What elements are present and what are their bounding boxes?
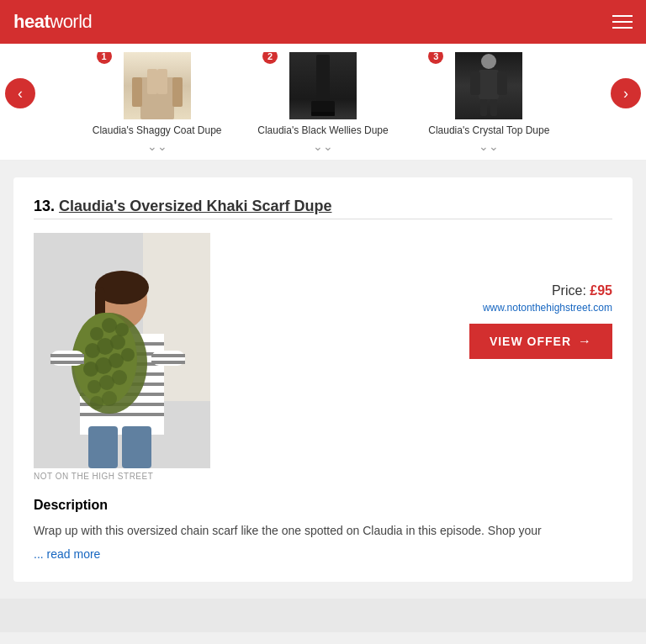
svg-rect-6	[311, 101, 335, 113]
product-title-link[interactable]: Claudia's Oversized Khaki Scarf Dupe	[59, 198, 331, 214]
price-value: £95	[590, 283, 612, 298]
svg-rect-5	[316, 55, 330, 101]
svg-point-34	[115, 323, 129, 336]
product-carousel: ‹ 1 Claudia's Shaggy Coat Dupe ⌄⌄ 2	[0, 44, 646, 161]
svg-point-41	[121, 348, 135, 362]
site-logo[interactable]: heatworld	[13, 11, 92, 33]
product-source: NOT ON THE HIGH STREET	[34, 472, 210, 481]
svg-point-33	[102, 318, 117, 333]
svg-rect-48	[50, 354, 84, 357]
carousel-badge-3: 3	[428, 52, 443, 64]
retailer-link[interactable]: www.notonthehighstreet.com	[483, 302, 612, 314]
carousel-prev-button[interactable]: ‹	[5, 78, 35, 108]
read-more-link[interactable]: ... read more	[34, 547, 100, 561]
product-divider	[34, 219, 612, 219]
svg-rect-10	[470, 71, 480, 95]
svg-rect-7	[311, 112, 335, 116]
carousel-label-3: Claudia's Crystal Top Dupe	[428, 124, 549, 136]
svg-rect-24	[80, 413, 164, 416]
svg-point-37	[110, 335, 125, 350]
carousel-next-icon: ›	[623, 85, 628, 103]
svg-rect-26	[122, 426, 151, 468]
svg-rect-11	[497, 71, 507, 95]
svg-rect-49	[50, 361, 84, 364]
menu-button[interactable]	[612, 15, 633, 29]
carousel-chevron-2: ⌄⌄	[313, 140, 333, 153]
product-card: 13. Claudia's Oversized Khaki Scarf Dupe	[13, 177, 633, 582]
product-main: NOT ON THE HIGH STREET Price: £95 www.no…	[34, 233, 612, 481]
svg-rect-2	[157, 69, 167, 94]
svg-point-42	[87, 380, 101, 393]
svg-rect-12	[480, 99, 487, 116]
svg-point-44	[112, 370, 127, 385]
svg-rect-51	[151, 354, 185, 357]
view-offer-button[interactable]: VIEW OFFER →	[469, 324, 612, 359]
carousel-label-1: Claudia's Shaggy Coat Dupe	[93, 124, 222, 136]
carousel-items: 1 Claudia's Shaggy Coat Dupe ⌄⌄ 2	[40, 52, 606, 160]
arrow-icon: →	[578, 334, 592, 349]
carousel-next-button[interactable]: ›	[611, 78, 641, 108]
svg-rect-13	[490, 99, 497, 116]
svg-rect-25	[88, 426, 118, 468]
carousel-prev-icon: ‹	[18, 85, 23, 103]
svg-point-45	[90, 396, 103, 409]
logo-heat: heat	[13, 11, 50, 32]
carousel-chevron-1: ⌄⌄	[147, 140, 167, 153]
svg-rect-9	[479, 70, 499, 99]
product-image	[34, 233, 210, 468]
carousel-label-2: Claudia's Black Wellies Dupe	[257, 124, 388, 136]
carousel-item-2[interactable]: 2 Claudia's Black Wellies Dupe ⌄⌄	[256, 52, 390, 160]
svg-point-46	[102, 391, 117, 406]
footer-bar	[0, 599, 646, 632]
price-label: Price: £95	[552, 283, 612, 298]
site-header: heatworld	[0, 0, 646, 44]
logo-world: world	[50, 11, 92, 32]
svg-point-8	[481, 54, 496, 69]
cta-label: VIEW OFFER	[490, 335, 571, 348]
carousel-item-1[interactable]: 1 Claudia's Shaggy Coat Dupe ⌄⌄	[90, 52, 225, 160]
description-heading: Description	[34, 498, 612, 513]
carousel-chevron-3: ⌄⌄	[479, 140, 499, 153]
svg-point-32	[90, 327, 103, 340]
svg-rect-3	[132, 77, 142, 107]
carousel-image-1	[124, 52, 191, 119]
svg-rect-52	[151, 361, 185, 364]
carousel-item-3[interactable]: 3 Claudia's Crystal Top Dupe ⌄⌄	[421, 52, 556, 160]
carousel-image-3	[455, 52, 522, 119]
svg-rect-1	[147, 69, 157, 94]
product-details: Price: £95 www.notonthehighstreet.com VI…	[227, 233, 612, 359]
carousel-badge-2: 2	[262, 52, 278, 64]
description-text: Wrap up with this oversized chain scarf …	[34, 521, 612, 540]
product-number: 13. Claudia's Oversized Khaki Scarf Dupe	[34, 198, 612, 215]
carousel-image-2	[289, 52, 357, 119]
svg-rect-4	[172, 77, 183, 107]
product-image-wrap: NOT ON THE HIGH STREET	[34, 233, 210, 481]
carousel-badge-1: 1	[97, 52, 112, 64]
